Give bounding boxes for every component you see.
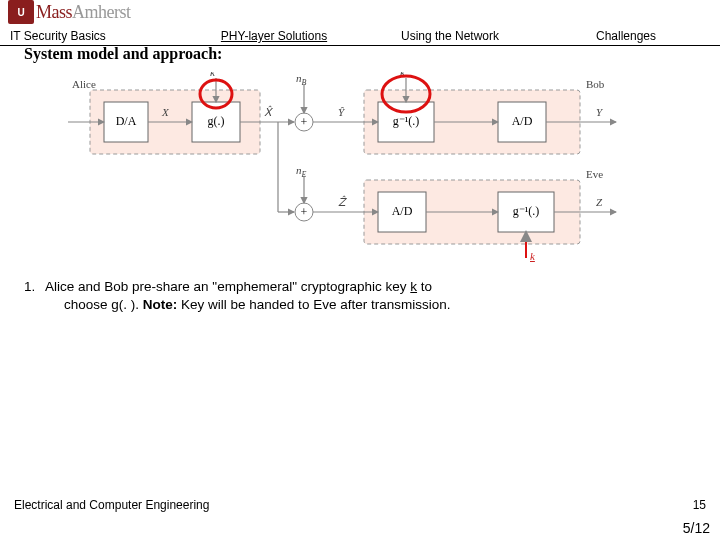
label-alice: Alice (72, 78, 96, 90)
tab-phy-layer[interactable]: PHY-layer Solutions (186, 27, 362, 45)
label-y: Y (596, 106, 604, 118)
tab-it-security[interactable]: IT Security Basics (6, 27, 186, 45)
tab-using-network[interactable]: Using the Network (362, 27, 538, 45)
logo-text: MassAmherst (36, 2, 131, 23)
label-z: Z (596, 196, 603, 208)
block-ginv-bob: g⁻¹(.) (393, 114, 420, 128)
label-eve: Eve (586, 168, 603, 180)
block-ad-eve: A/D (392, 204, 413, 218)
university-logo: U MassAmherst (8, 0, 131, 24)
footer-department: Electrical and Computer Engineering (14, 498, 209, 512)
label-k-alice: k (210, 72, 216, 78)
logo-text-bold: Mass (36, 2, 72, 22)
label-x: X (161, 106, 170, 118)
bullet-text-2b: Key will be handed to Eve after transmis… (177, 297, 450, 312)
block-g: g(.) (208, 114, 225, 128)
section-title: System model and approach: (24, 45, 222, 63)
label-bob: Bob (586, 78, 605, 90)
label-k-eve: k (530, 250, 536, 262)
block-ginv-eve: g⁻¹(.) (513, 204, 540, 218)
bullet-point-1: 1. Alice and Bob pre-share an "emphemera… (24, 278, 696, 314)
label-nb: nB (296, 72, 307, 87)
bullet-note-label: Note: (143, 297, 178, 312)
tab-challenges[interactable]: Challenges (538, 27, 714, 45)
label-yhat: Ŷ (338, 106, 346, 118)
svg-text:+: + (301, 205, 308, 219)
footer-page-number: 15 (693, 498, 706, 512)
bullet-text-1b: to (417, 279, 432, 294)
nav-tabs: IT Security Basics PHY-layer Solutions U… (0, 27, 720, 46)
footer-date: 5/12 (683, 520, 710, 536)
label-xhat: X̂ (264, 105, 274, 118)
bullet-text-1a: Alice and Bob pre-share an "emphemeral" … (45, 279, 410, 294)
logo-text-light: Amherst (72, 2, 131, 22)
bullet-text-2a: choose g(. ). (64, 297, 143, 312)
label-ne: nE (296, 164, 307, 179)
logo-mark: U (8, 0, 34, 24)
system-model-diagram: Alice D/A g(.) k X X̂ + nB + nE Bob g⁻¹(… (60, 72, 660, 262)
svg-text:+: + (301, 115, 308, 129)
block-ad-bob: A/D (512, 114, 533, 128)
bullet-number: 1. (24, 278, 42, 296)
block-da: D/A (116, 114, 137, 128)
svg-text:Ẑ: Ẑ (338, 195, 347, 208)
